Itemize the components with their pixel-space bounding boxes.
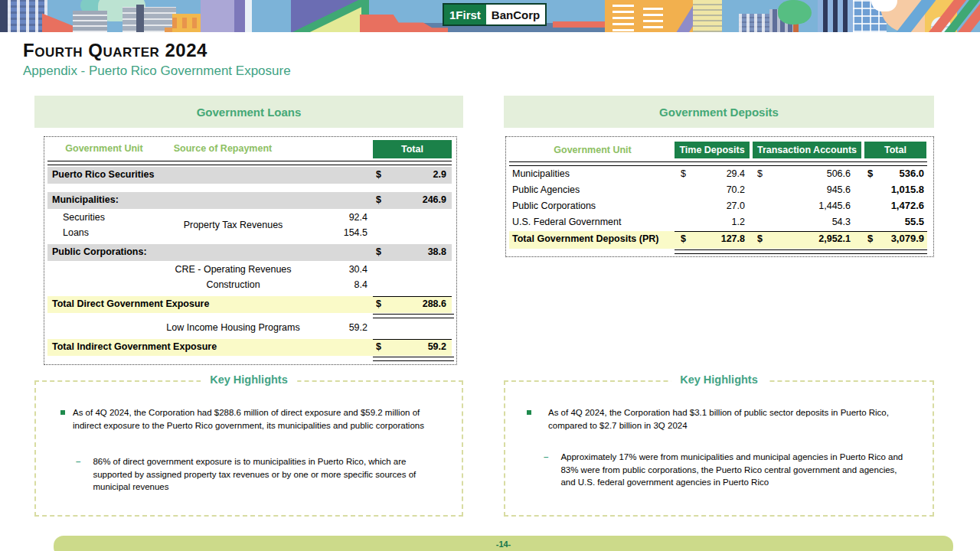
deposits-header-total: Total — [864, 142, 926, 158]
table-row: Puerto Rico Securities $ 2.9 — [47, 167, 452, 184]
row-amount: 59.2 — [349, 322, 368, 333]
deposits-table: Government Unit Time Deposits Transactio… — [505, 136, 934, 257]
row-label: Public Agencies — [512, 184, 580, 195]
table-row: Municipalities: $ 246.9 — [47, 192, 452, 209]
transaction-value: 54.3 — [832, 217, 851, 227]
table-row-group: Securities Loans Property Tax Revenues 9… — [47, 210, 452, 241]
row-total: 55.5 — [905, 216, 924, 227]
banner-dark-edge — [0, 0, 8, 32]
table-row: CRE - Operating Revenues 30.4 — [47, 262, 452, 278]
currency-symbol: $ — [757, 168, 763, 179]
row-total: 536.0 — [899, 168, 924, 179]
source-of-repayment: Low Income Housing Programs — [147, 322, 319, 333]
dash-bullet-icon: – — [76, 455, 80, 494]
row-label: Municipalities — [512, 168, 570, 179]
row-total: 59.2 — [428, 341, 446, 352]
deposits-panel-title: Government Deposits — [504, 96, 934, 128]
row-label: Total Indirect Government Exposure — [52, 341, 217, 352]
page-title: Fourth Quarter 2024 — [23, 40, 207, 61]
row-total: 1,015.8 — [891, 184, 924, 195]
key-highlights-title: Key Highlights — [671, 373, 767, 386]
banner-building-yellow — [172, 14, 201, 32]
double-underline — [373, 357, 454, 361]
total-topline — [373, 296, 452, 297]
time-deposit-value: 27.0 — [727, 201, 745, 211]
banner-orange-windows-1 — [612, 2, 634, 31]
time-deposit-value: 29.4 — [727, 168, 745, 179]
row-label: Puerto Rico Securities — [52, 169, 154, 180]
total-row: Total Indirect Government Exposure $ 59.… — [47, 339, 452, 356]
banner-building-navy — [818, 0, 853, 32]
banner-building-gray-1 — [73, 11, 107, 32]
time-deposit-value: 70.2 — [727, 184, 745, 195]
row-total: 38.8 — [428, 246, 446, 257]
total-row: Total Direct Government Exposure $ 288.6 — [47, 296, 452, 313]
banner-salmon-strip — [553, 21, 606, 28]
source-of-repayment: CRE - Operating Revenues — [147, 264, 319, 275]
total-topline — [675, 231, 927, 232]
currency-symbol: $ — [681, 168, 686, 179]
page-subtitle: Appendix - Puerto Rico Government Exposu… — [23, 64, 291, 79]
key-highlights-deposits: Key Highlights As of 4Q 2024, the Corpor… — [504, 380, 934, 517]
deposits-header-divider — [509, 161, 927, 166]
banner-lavender-block — [201, 0, 234, 32]
time-deposit-value: 127.8 — [721, 233, 745, 244]
square-bullet-icon — [60, 410, 65, 415]
banner-building-blue — [8, 0, 47, 32]
table-row: Municipalities $ 29.4 $ 506.6 $ 536.0 — [509, 167, 927, 183]
bullet-item: As of 4Q 2024, the Corporation had $3.1 … — [527, 406, 910, 432]
time-deposit-value: 1.2 — [732, 217, 745, 227]
bullet-text: As of 4Q 2024, the Corporation had $3.1 … — [548, 406, 900, 432]
deposits-header-time: Time Deposits — [675, 142, 750, 158]
row-label: Total Direct Government Exposure — [52, 298, 209, 309]
currency-symbol: $ — [867, 168, 873, 179]
row-amount: 8.4 — [354, 279, 368, 290]
footer-page-bar: -14- — [54, 536, 953, 551]
currency-symbol: $ — [376, 298, 381, 309]
table-row: Low Income Housing Programs 59.2 — [47, 321, 452, 336]
banner-purple-stripe — [234, 0, 245, 32]
sub-bullet-item: – Approximately 17% were from municipali… — [544, 451, 919, 489]
currency-symbol: $ — [376, 246, 381, 257]
row-total: 2.9 — [433, 169, 446, 180]
source-of-repayment: Property Tax Revenues — [147, 220, 319, 230]
square-bullet-icon — [527, 410, 531, 415]
deposits-header-unit: Government Unit — [512, 145, 673, 155]
row-label: U.S. Federal Government — [512, 217, 621, 227]
table-row: Public Corporations: $ 38.8 — [47, 244, 452, 261]
dash-bullet-icon: – — [544, 451, 548, 489]
sub-bullet-item: – 86% of direct government exposure is t… — [76, 455, 436, 494]
logo-first-segment: 1First — [444, 5, 486, 24]
transaction-value: 2,952.1 — [818, 233, 851, 244]
total-topline — [373, 339, 452, 340]
row-label: Public Corporations — [512, 201, 596, 211]
page-number: -14- — [496, 540, 511, 549]
row-label: Securities — [63, 212, 105, 223]
row-total: 3,079.9 — [891, 233, 924, 244]
currency-symbol: $ — [376, 194, 381, 205]
bullet-text: As of 4Q 2024, the Corporation had $288.… — [73, 406, 436, 432]
table-row: Construction 8.4 — [47, 278, 452, 293]
banner-orange-windows-2 — [643, 5, 663, 28]
slide: 1First BanCorp Fourth Quarter 2024 Appen… — [0, 0, 980, 551]
sub-bullet-text: 86% of direct government exposure is to … — [93, 455, 430, 494]
double-underline — [675, 249, 927, 254]
transaction-value: 506.6 — [827, 168, 851, 179]
transaction-value: 945.6 — [827, 184, 851, 195]
bullet-item: As of 4Q 2024, the Corporation had $288.… — [60, 406, 436, 432]
loans-header-unit: Government Unit — [51, 143, 158, 154]
sub-bullet-text: Approximately 17% were from municipaliti… — [560, 451, 909, 489]
row-total: 288.6 — [423, 298, 446, 309]
banner-salmon-steps — [360, 12, 448, 32]
deposits-header-transaction: Transaction Accounts — [753, 142, 861, 158]
currency-symbol: $ — [376, 341, 381, 352]
currency-symbol: $ — [757, 233, 763, 244]
row-label: Municipalities: — [52, 194, 119, 205]
banner-tree-icon — [778, 0, 812, 24]
table-row: U.S. Federal Government 1.2 54.3 55.5 — [509, 215, 927, 231]
transaction-value: 1,445.6 — [818, 201, 851, 211]
banner-roof-stripe — [136, 5, 144, 32]
source-of-repayment: Construction — [147, 279, 319, 290]
row-amount: 92.4 — [349, 212, 368, 223]
total-row: Total Government Deposits (PR) $ 127.8 $… — [509, 231, 927, 249]
